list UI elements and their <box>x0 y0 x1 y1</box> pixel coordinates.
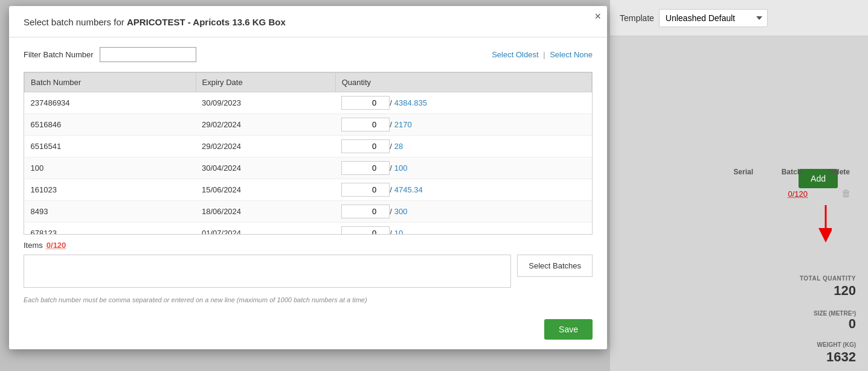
expiry-date-cell: 01/07/2024 <box>196 223 335 235</box>
batch-number-cell: 161023 <box>25 179 196 201</box>
select-links: Select Oldest | Select None <box>492 50 593 59</box>
batch-number-cell: 237486934 <box>25 92 196 114</box>
bottom-area: Select Batches <box>24 255 593 296</box>
total-quantity-value: 120 <box>834 283 856 299</box>
expiry-date-cell: 15/06/2024 <box>196 179 335 201</box>
serial-column-header: Serial <box>733 168 753 176</box>
delete-column-header: Delete <box>828 168 850 176</box>
quantity-available: 4745.34 <box>394 185 423 194</box>
batch-number-cell: 100 <box>25 157 196 179</box>
total-quantity-label: TOTAL QUANTITY <box>800 275 856 282</box>
modal: × Select batch numbers for APRICOTEST - … <box>9 6 607 349</box>
expiry-date-cell: 29/02/2024 <box>196 114 335 136</box>
quantity-cell: / 4384.835 <box>335 92 591 114</box>
quantity-available: 10 <box>394 229 403 235</box>
quantity-available: 300 <box>394 207 408 216</box>
modal-footer: Save <box>9 319 607 349</box>
quantity-cell: / 10 <box>335 223 591 235</box>
quantity-cell: / 300 <box>335 201 591 223</box>
table-row: 849318/06/2024 / 300 <box>25 201 592 223</box>
table-row: 10030/04/2024 / 100 <box>25 157 592 179</box>
quantity-input[interactable] <box>341 161 390 175</box>
quantity-available: 100 <box>394 163 408 173</box>
select-batches-button[interactable]: Select Batches <box>517 255 593 277</box>
quantity-slash: / <box>390 142 392 151</box>
batch-table: Batch Number Expiry Date Quantity 237486… <box>24 72 592 235</box>
save-button[interactable]: Save <box>544 319 593 340</box>
modal-title: Select batch numbers for APRICOTEST - Ap… <box>9 6 607 37</box>
expiry-date-cell: 29/02/2024 <box>196 136 335 157</box>
quantity-available: 2170 <box>394 120 412 129</box>
quantity-slash: / <box>390 120 392 129</box>
quantity-input[interactable] <box>341 205 390 218</box>
items-label: Items <box>24 241 43 250</box>
quantity-available: 4384.835 <box>394 98 427 107</box>
col-quantity: Quantity <box>335 73 591 92</box>
batch-table-header-row: Batch Number Expiry Date Quantity <box>25 73 592 92</box>
modal-close-button[interactable]: × <box>594 11 601 22</box>
quantity-slash: / <box>390 98 392 107</box>
quantity-cell: / 100 <box>335 157 591 179</box>
quantity-slash: / <box>390 185 392 194</box>
quantity-slash: / <box>390 229 392 235</box>
col-expiry-date: Expiry Date <box>196 73 335 92</box>
top-bar: Template Unleashed Default <box>610 0 868 36</box>
modal-body: Filter Batch Number Select Oldest | Sele… <box>9 37 607 319</box>
expiry-date-cell: 30/04/2024 <box>196 157 335 179</box>
batch-textarea[interactable] <box>24 255 511 288</box>
quantity-input[interactable] <box>341 118 390 132</box>
quantity-input[interactable] <box>341 226 390 235</box>
title-prefix: Select batch numbers for <box>24 17 127 27</box>
quantity-input[interactable] <box>341 139 390 153</box>
weight-label: WEIGHT (KG) <box>817 341 856 348</box>
quantity-cell: / 28 <box>335 136 591 157</box>
divider: | <box>543 50 545 59</box>
batch-number-cell: 6516846 <box>25 114 196 136</box>
select-none-link[interactable]: Select None <box>550 50 593 59</box>
size-value: 0 <box>849 316 856 332</box>
items-row: Items 0/120 <box>24 235 593 255</box>
template-label: Template <box>620 13 654 23</box>
table-row: 651684629/02/2024 / 2170 <box>25 114 592 136</box>
weight-value: 1632 <box>826 349 856 365</box>
col-batch-number: Batch Number <box>25 73 196 92</box>
select-oldest-link[interactable]: Select Oldest <box>492 50 538 59</box>
right-panel: Add <box>610 36 868 371</box>
batch-table-body: 23748693430/09/2023 / 4384.835651684629/… <box>25 92 592 235</box>
expiry-date-cell: 18/06/2024 <box>196 201 335 223</box>
expiry-date-cell: 30/09/2023 <box>196 92 335 114</box>
filter-input[interactable] <box>100 47 196 62</box>
table-row: 16102315/06/2024 / 4745.34 <box>25 179 592 201</box>
batch-cell-value: 0/120 <box>788 189 808 198</box>
quantity-slash: / <box>390 163 392 173</box>
template-select[interactable]: Unleashed Default <box>659 9 768 27</box>
batch-table-wrapper: Batch Number Expiry Date Quantity 237486… <box>24 72 593 235</box>
filter-label: Filter Batch Number <box>24 50 94 59</box>
batch-number-cell: 8493 <box>25 201 196 223</box>
batch-column-header: Batch <box>782 168 802 176</box>
table-row: 23748693430/09/2023 / 4384.835 <box>25 92 592 114</box>
delete-icon[interactable]: 🗑 <box>841 188 851 199</box>
quantity-slash: / <box>390 207 392 216</box>
items-value: 0/120 <box>47 241 66 250</box>
quantity-cell: / 4745.34 <box>335 179 591 201</box>
quantity-available: 28 <box>394 142 403 151</box>
quantity-cell: / 2170 <box>335 114 591 136</box>
batch-number-cell: 6516541 <box>25 136 196 157</box>
quantity-input[interactable] <box>341 183 390 197</box>
batch-number-cell: 678123 <box>25 223 196 235</box>
filter-row: Filter Batch Number Select Oldest | Sele… <box>24 47 593 62</box>
hint-text: Each batch number must be comma separate… <box>24 296 593 309</box>
table-row: 651654129/02/2024 / 28 <box>25 136 592 157</box>
title-bold: APRICOTEST - Apricots 13.6 KG Box <box>127 17 286 27</box>
batch-table-head: Batch Number Expiry Date Quantity <box>25 73 592 92</box>
table-row: 67812301/07/2024 / 10 <box>25 223 592 235</box>
quantity-input[interactable] <box>341 96 390 110</box>
